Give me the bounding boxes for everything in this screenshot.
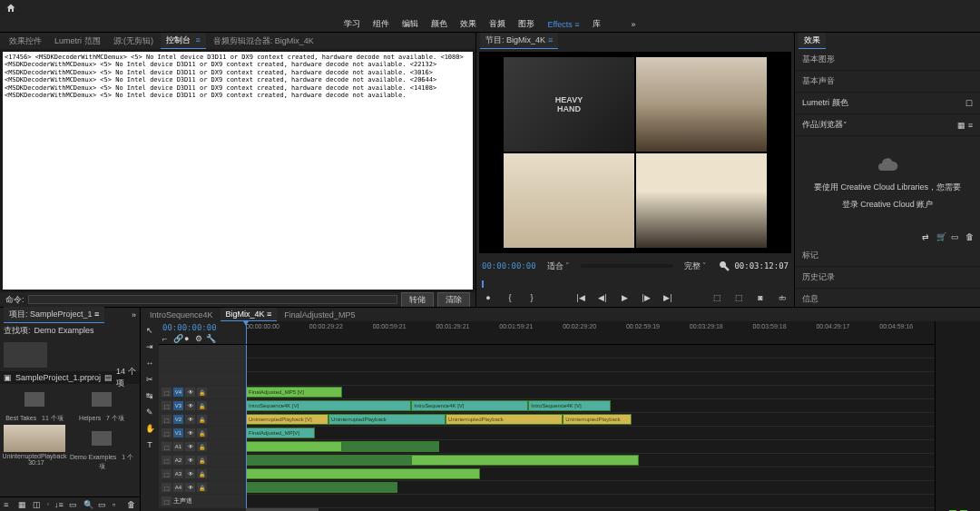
src-tab-2[interactable]: 源:(无剪辑) xyxy=(108,34,160,49)
new-item-icon[interactable]: ▫ xyxy=(113,500,122,509)
bin-2[interactable]: UninterruptedPlayback 30:17 xyxy=(2,425,67,471)
src-tab-3[interactable]: 控制台 ≡ xyxy=(161,33,206,49)
track-head-A1[interactable]: ⬚A1👁🔒 xyxy=(159,440,246,453)
workspace-Effects[interactable]: Effects ≡ xyxy=(547,20,579,29)
settings-icon[interactable]: ⚙ xyxy=(195,334,203,342)
bin-up-icon[interactable]: ▣ xyxy=(4,373,12,382)
master-track[interactable]: ⬚主声道 xyxy=(159,495,246,507)
track-head-A4[interactable]: ⬚A4👁🔒 xyxy=(159,481,246,494)
timecode-in[interactable]: 00:00:00:00 xyxy=(482,261,536,270)
tl-tab-1[interactable]: BigMix_4K ≡ xyxy=(220,308,278,321)
track-lane-A3[interactable] xyxy=(246,467,935,480)
go-to-out-icon[interactable]: ▶| xyxy=(662,291,674,304)
slip-tool[interactable]: ↹ xyxy=(144,390,155,401)
fit-dropdown[interactable]: 适合 ˅ xyxy=(547,260,571,272)
step-fwd-icon[interactable]: |▶ xyxy=(640,291,652,304)
go-to-in-icon[interactable]: |◀ xyxy=(574,291,587,304)
clip[interactable]: IntroSequence4K [V] xyxy=(246,400,411,411)
track-head-V4[interactable]: ⬚V4👁🔒 xyxy=(159,386,246,398)
track-lane-A4[interactable] xyxy=(246,481,935,494)
ess-sound[interactable]: 基本声音 xyxy=(795,71,980,93)
ess-markers[interactable]: 标记 xyxy=(795,245,980,267)
src-tab-1[interactable]: Lumetri 范围 xyxy=(49,34,106,49)
bin-1[interactable]: Helpers 7 个项 xyxy=(69,386,134,423)
ess-folder-icon[interactable]: ▭ xyxy=(951,232,960,241)
add-marker-icon[interactable]: ● xyxy=(482,291,495,304)
clip[interactable] xyxy=(246,468,480,479)
mark-out-icon[interactable]: } xyxy=(525,291,538,304)
track-lane-A1[interactable] xyxy=(246,440,935,453)
ess-trash-icon[interactable]: 🗑 xyxy=(965,232,975,241)
workspace-音频[interactable]: 音频 xyxy=(489,18,505,30)
type-tool[interactable]: T xyxy=(144,439,155,450)
export-frame-icon[interactable]: ◙ xyxy=(754,291,767,304)
clip[interactable]: IntroSequence4K [V] xyxy=(411,400,528,411)
trash-icon[interactable]: 🗑 xyxy=(127,500,136,509)
track-head-V3[interactable]: ⬚V3👁🔒 xyxy=(159,399,246,412)
track-lane-V1[interactable]: FinalAdjusted_MP[V] xyxy=(246,427,935,439)
clip[interactable]: UninterruptedPlayback [V] xyxy=(246,414,328,425)
clip[interactable]: FinalAdjusted_MP[V] xyxy=(246,427,315,438)
workspace-效果[interactable]: 效果 xyxy=(460,18,476,30)
scrub-bar[interactable] xyxy=(482,276,789,289)
track-lane-V4[interactable]: FinalAdjusted_MP5 [V] xyxy=(246,386,935,398)
clip[interactable]: UninterruptedPlayback xyxy=(328,414,446,425)
ess-graphics[interactable]: 基本图形 xyxy=(795,49,980,71)
workspace-颜色[interactable]: 颜色 xyxy=(431,18,447,30)
program-monitor[interactable]: HEAVY HAND xyxy=(479,52,791,253)
clip[interactable]: FinalAdjusted_MP5 [V] xyxy=(246,387,342,398)
ess-browse[interactable]: 作品浏览器 ˅▦ ≡ xyxy=(795,114,980,136)
workspace-库[interactable]: 库 xyxy=(593,18,601,30)
track-select-tool[interactable]: ⇥ xyxy=(144,341,155,352)
dump-button[interactable]: 转储 xyxy=(401,292,434,308)
search-dropdown[interactable]: Demo Examples xyxy=(34,326,94,335)
time-ruler[interactable]: 00:00:00:0000:00:29:2200:00:59:2100:01:2… xyxy=(246,321,935,344)
resolution-dropdown[interactable]: 完整 ˅ xyxy=(684,260,708,272)
thumb-size-slider[interactable] xyxy=(47,503,49,506)
track-lane-V2[interactable]: UninterruptedPlayback [V]UninterruptedPl… xyxy=(246,413,935,426)
workspace-编辑[interactable]: 编辑 xyxy=(402,18,418,30)
lift-icon[interactable]: ⬚ xyxy=(710,291,723,304)
clip[interactable]: IntroSequence4K [V] xyxy=(528,400,611,411)
step-back-icon[interactable]: ◀| xyxy=(596,291,609,304)
command-input[interactable] xyxy=(28,295,397,304)
ess-link-icon[interactable]: ⇄ xyxy=(922,232,931,241)
new-bin-icon[interactable]: ▭ xyxy=(98,500,107,509)
hand-tool[interactable]: ✋ xyxy=(144,423,155,434)
tl-tab-2[interactable]: FinalAdjusted_MP5 xyxy=(279,309,360,321)
clip[interactable] xyxy=(246,482,397,493)
snap-icon[interactable]: ⌐ xyxy=(162,334,171,342)
track-lane-A2[interactable] xyxy=(246,454,935,467)
track-head-V2[interactable]: ⬚V2👁🔒 xyxy=(159,413,246,426)
track-head-A3[interactable]: ⬚A3👁🔒 xyxy=(159,467,246,480)
clip[interactable]: UninterruptedPlayback xyxy=(446,414,563,425)
wrench-icon[interactable] xyxy=(718,260,730,272)
mark-in-icon[interactable]: { xyxy=(504,291,516,304)
src-tab-4[interactable]: 音频剪辑混合器: BigMix_4K xyxy=(208,34,319,49)
button-editor-icon[interactable]: + xyxy=(776,291,789,304)
home-icon[interactable] xyxy=(5,3,16,14)
tl-tab-0[interactable]: IntroSequence4K xyxy=(144,309,219,321)
razor-tool[interactable]: ✂ xyxy=(144,374,155,385)
sort-icon[interactable]: ↓≡ xyxy=(54,500,64,509)
clip[interactable] xyxy=(246,441,342,452)
extract-icon[interactable]: ⬚ xyxy=(732,291,745,304)
ripple-tool[interactable]: ↔ xyxy=(144,358,155,369)
marker-icon[interactable]: ● xyxy=(184,334,192,342)
ess-cart-icon[interactable]: 🛒 xyxy=(936,232,946,241)
list-view-icon[interactable]: ≡ xyxy=(4,500,13,509)
ess-history[interactable]: 历史记录 xyxy=(795,267,980,289)
bin-0[interactable]: Best Takes 11 个项 xyxy=(2,386,67,423)
wrench-icon[interactable]: 🔧 xyxy=(206,334,214,342)
bin-3[interactable]: Demo Examples 1 个项 xyxy=(69,425,134,471)
project-tab[interactable]: 项目: SampleProject_1 ≡ xyxy=(4,307,104,323)
program-tab[interactable]: 节目: BigMix_4K≡ xyxy=(480,33,558,49)
clip[interactable] xyxy=(246,455,411,466)
clip[interactable] xyxy=(342,441,438,452)
clear-button[interactable]: 清除 xyxy=(437,292,470,308)
src-tab-0[interactable]: 效果控件 xyxy=(4,34,47,49)
play-icon[interactable]: ▶ xyxy=(618,291,631,304)
clip[interactable] xyxy=(411,455,638,466)
find-icon[interactable]: 🔍 xyxy=(83,500,93,509)
icon-view-icon[interactable]: ▦ xyxy=(18,500,27,509)
